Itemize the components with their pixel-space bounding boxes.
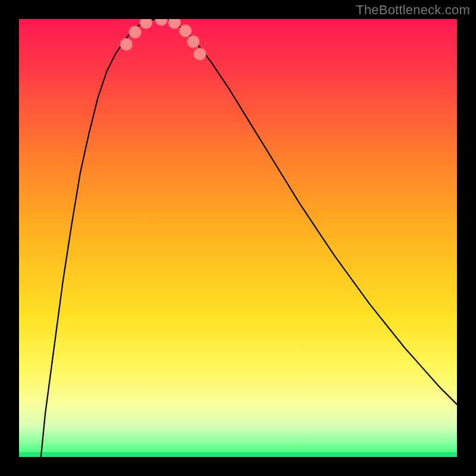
curve-marker [194, 48, 206, 60]
plot-area [19, 19, 457, 457]
curve-marker [140, 19, 152, 29]
watermark-text: TheBottleneck.com [356, 2, 470, 18]
curve-marker [129, 26, 141, 38]
curve-marker [168, 19, 180, 29]
chart-background-gradient [19, 19, 457, 457]
curve-marker [180, 25, 192, 37]
chart-svg [19, 19, 457, 457]
chart-stage: TheBottleneck.com [0, 0, 476, 476]
curve-marker [187, 36, 199, 48]
curve-marker [120, 39, 132, 51]
chart-green-band [19, 452, 457, 457]
